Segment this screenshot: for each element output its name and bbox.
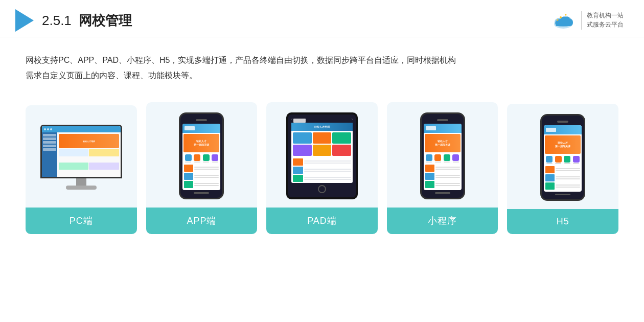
content-lines-h1: [556, 166, 580, 173]
header-left: 2.5.1 网校管理: [15, 9, 132, 32]
content-lines-2: [194, 173, 219, 180]
content-line-h3a: [556, 185, 580, 186]
brand-tagline2: 式服务云平台: [587, 21, 624, 29]
brand-tagline1: 教育机构一站: [587, 12, 624, 20]
miniprogram-image-area: 轻松人才第一届闯关课: [387, 102, 498, 208]
phone-banner-mini: 轻松人才第一届闯关课: [425, 134, 461, 152]
pad-image-area: 轻松人才培训: [266, 102, 378, 208]
phone-icon-m4: [452, 154, 460, 163]
phone-outer-mini: 轻松人才第一届闯关课: [420, 112, 465, 199]
tablet-cards-area-pad: [291, 131, 353, 157]
tablet-card-6: [332, 145, 351, 156]
title-text: 网校管理: [79, 13, 132, 28]
phone-home-bar-h5: [555, 194, 570, 195]
icon-label-m2: [435, 162, 441, 163]
phone-content-row-m2: [425, 173, 460, 180]
icon-label-1: [185, 162, 191, 163]
tablet-thumb-3: [293, 175, 303, 182]
tablet-card-1: [293, 132, 312, 144]
monitor-stand-base: [66, 186, 97, 190]
icon-circle-2: [194, 154, 200, 161]
phone-screen-top-h5: [544, 125, 582, 134]
monitor-stand-neck: [76, 178, 86, 186]
content-line-m1b: [435, 169, 460, 170]
app-image-area: 轻松人才第一届闯关课: [146, 102, 258, 208]
tablet-list-row-2: [293, 167, 351, 174]
tablet-line-1b: [304, 163, 351, 164]
icon-label-m4: [453, 162, 459, 163]
content-line-2a: [194, 175, 219, 176]
content-line-h2b: [556, 178, 580, 179]
content-thumb-2: [184, 173, 193, 180]
phone-logo-app: [185, 126, 195, 130]
phone-content-row-h3: [545, 182, 580, 190]
content-lines-m1: [435, 165, 460, 172]
phone-content-row-3: [184, 181, 219, 188]
screen-banner: 轻松人才培训: [59, 134, 119, 148]
tablet-banner-text-pad: 轻松人才培训: [314, 125, 330, 128]
phone-device-app: 轻松人才第一届闯关课: [179, 112, 224, 199]
screen-dot-3: [50, 128, 52, 130]
svg-point-5: [565, 14, 567, 16]
content-line-m2b: [435, 177, 460, 178]
phone-screen-top-app: [182, 124, 220, 133]
card-pad: 轻松人才培训: [266, 102, 378, 234]
tablet-device-pad: 轻松人才培训: [286, 112, 358, 199]
tablet-thumb-2: [293, 167, 303, 174]
header: 2.5.1 网校管理: [0, 0, 644, 37]
screen-card-4: [89, 163, 119, 170]
tablet-list-row-3: [293, 175, 351, 182]
phone-screen-top-mini: [424, 124, 462, 133]
pc-monitor-device: 轻松人才培训: [40, 125, 122, 190]
icon-label-4: [212, 162, 218, 163]
content-lines-h2: [556, 174, 580, 181]
phone-outer-h5: 轻松人才第一届闯关课: [540, 114, 585, 201]
phone-device-h5: 轻松人才第一届闯关课: [540, 114, 585, 201]
icon-circle-h1: [546, 156, 553, 163]
content-line-3b: [194, 185, 219, 186]
phone-content-rows-mini: [424, 164, 462, 190]
tablet-line-2a: [304, 169, 351, 170]
content-thumb-3: [184, 181, 193, 188]
sidebar-item-3: [43, 141, 56, 144]
phone-screen-app: 轻松人才第一届闯关课: [182, 124, 220, 190]
screen-card-2: [89, 149, 119, 156]
description-line2: 需求自定义页面上的内容、课程、功能模块等。: [26, 71, 197, 80]
screen-content: 轻松人才培训: [42, 132, 121, 177]
sidebar-item-4: [43, 145, 56, 147]
content-line-m3b: [435, 185, 460, 186]
tablet-card-3: [332, 132, 351, 144]
tablet-card-4: [293, 145, 312, 156]
card-h5: 轻松人才第一届闯关课: [507, 104, 618, 234]
tablet-lines-2: [304, 169, 351, 172]
tablet-line-3b: [304, 179, 351, 180]
phone-icons-grid-app: [182, 153, 220, 164]
miniprogram-card-label: 小程序: [387, 208, 498, 234]
icon-label-2: [194, 162, 200, 163]
icon-circle-m1: [426, 154, 432, 161]
content-thumb-m2: [425, 173, 434, 180]
phone-content-row-2: [184, 173, 219, 180]
icon-label-m3: [444, 162, 450, 163]
content-line-h1a: [556, 168, 580, 169]
description-text: 网校支持PC、APP、PAD、小程序、H5，实现多端打通，产品各终端自由切换，数…: [26, 53, 618, 84]
svg-point-6: [557, 19, 559, 21]
sidebar-item-5: [43, 148, 56, 151]
screen-card-3: [59, 163, 89, 170]
content-thumb-m3: [425, 181, 434, 188]
logo-triangle-icon: [15, 9, 34, 32]
icon-label-h4: [573, 163, 579, 164]
phone-speaker-mini: [437, 119, 448, 121]
phone-device-mini: 轻松人才第一届闯关课: [420, 112, 465, 199]
page: 2.5.1 网校管理: [0, 0, 644, 322]
icon-circle-h2: [555, 156, 562, 163]
phone-icon-h2: [555, 156, 563, 164]
screen-grid: [59, 149, 119, 175]
tablet-screen-pad: 轻松人才培训: [291, 119, 353, 183]
icon-label-h1: [546, 163, 553, 164]
phone-banner-app: 轻松人才第一届闯关课: [183, 134, 219, 152]
tablet-outer-pad: 轻松人才培训: [286, 112, 358, 199]
tablet-list-area-pad: [291, 157, 353, 183]
phone-content-row-m1: [425, 165, 460, 172]
content-line-h3b: [556, 187, 580, 188]
